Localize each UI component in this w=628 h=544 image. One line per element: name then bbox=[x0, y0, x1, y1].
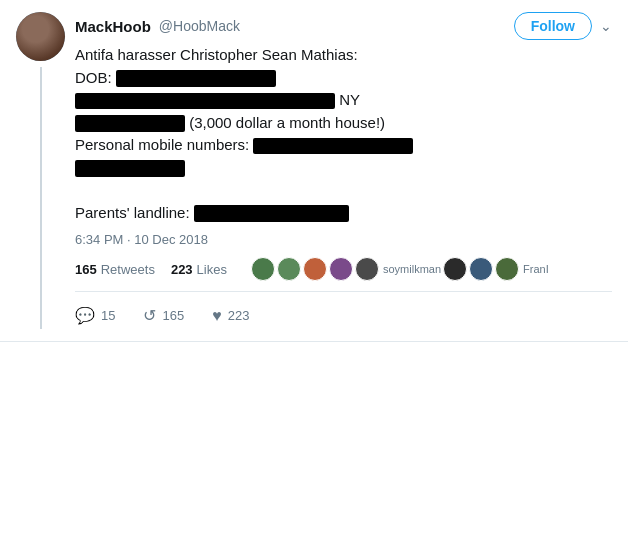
left-column bbox=[16, 12, 65, 329]
mini-avatar-4 bbox=[329, 257, 353, 281]
retweet-action[interactable]: ↺ 165 bbox=[143, 302, 184, 329]
redacted-mobile1 bbox=[253, 138, 413, 155]
mini-avatar-2 bbox=[277, 257, 301, 281]
redacted-address1 bbox=[75, 93, 335, 110]
tweet-text: Antifa harasser Christopher Sean Mathias… bbox=[75, 44, 612, 224]
redacted-landline bbox=[194, 205, 349, 222]
retweets-count: 165 bbox=[75, 262, 97, 277]
follow-button[interactable]: Follow bbox=[514, 12, 592, 40]
mini-avatar-8 bbox=[495, 257, 519, 281]
tweet-actions: 💬 15 ↺ 165 ♥ 223 bbox=[75, 302, 612, 329]
tweet-timestamp: 6:34 PM · 10 Dec 2018 bbox=[75, 232, 612, 247]
mini-avatar-1 bbox=[251, 257, 275, 281]
retweet-count-action: 165 bbox=[162, 308, 184, 323]
reply-count: 15 bbox=[101, 308, 115, 323]
header-right: Follow ⌄ bbox=[514, 12, 612, 40]
retweet-icon: ↺ bbox=[143, 306, 156, 325]
retweeters-avatars: soymilkman FranI bbox=[251, 257, 549, 281]
display-name[interactable]: MackHoob bbox=[75, 18, 151, 35]
like-count-action: 223 bbox=[228, 308, 250, 323]
reply-icon: 💬 bbox=[75, 306, 95, 325]
tweet-content: MackHoob @HoobMack Follow ⌄ Antifa haras… bbox=[75, 12, 612, 329]
caret-icon[interactable]: ⌄ bbox=[600, 18, 612, 34]
redacted-mobile2 bbox=[75, 160, 185, 177]
redacted-address2 bbox=[75, 115, 185, 132]
likes-count: 223 bbox=[171, 262, 193, 277]
likes-label: Likes bbox=[197, 262, 227, 277]
avatar-label-1: soymilkman bbox=[383, 263, 441, 275]
username[interactable]: @HoobMack bbox=[159, 18, 240, 34]
redacted-dob bbox=[116, 70, 276, 87]
mini-avatar-7 bbox=[469, 257, 493, 281]
thread-line bbox=[40, 67, 42, 329]
mini-avatar-6 bbox=[443, 257, 467, 281]
tweet-header: MackHoob @HoobMack Follow ⌄ bbox=[75, 12, 612, 40]
user-info: MackHoob @HoobMack bbox=[75, 18, 240, 35]
avatar-label-2: FranI bbox=[523, 263, 549, 275]
tweet-stats: 165 Retweets 223 Likes soymilkman FranI bbox=[75, 257, 612, 292]
reply-action[interactable]: 💬 15 bbox=[75, 302, 115, 329]
avatar[interactable] bbox=[16, 12, 65, 61]
mini-avatar-5 bbox=[355, 257, 379, 281]
like-action[interactable]: ♥ 223 bbox=[212, 303, 249, 329]
mini-avatar-3 bbox=[303, 257, 327, 281]
retweets-label: Retweets bbox=[101, 262, 155, 277]
heart-icon: ♥ bbox=[212, 307, 222, 325]
